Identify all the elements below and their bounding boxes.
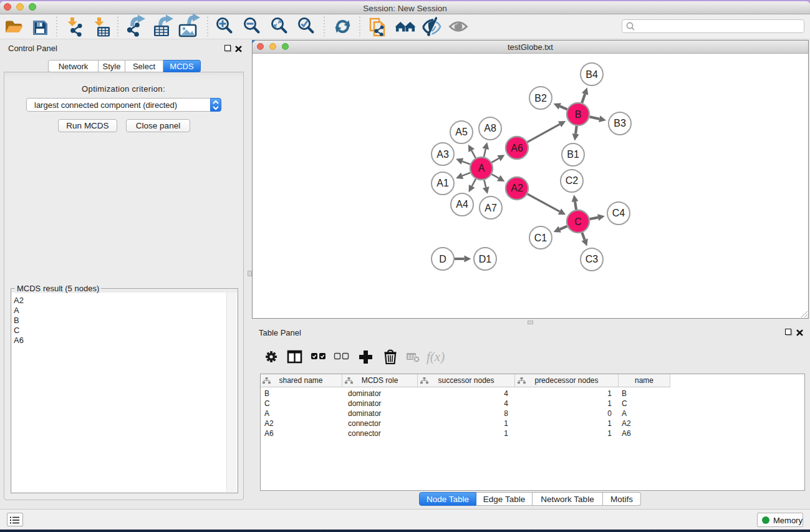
svg-text:D: D: [439, 254, 446, 264]
svg-text:B2: B2: [534, 93, 547, 104]
svg-text:B: B: [575, 109, 582, 120]
svg-text:A3: A3: [436, 149, 449, 160]
svg-text:D1: D1: [479, 254, 492, 264]
svg-text:A4: A4: [456, 199, 468, 210]
svg-text:B1: B1: [567, 149, 579, 160]
svg-text:A1: A1: [436, 178, 449, 188]
svg-text:C3: C3: [586, 254, 599, 264]
svg-text:A5: A5: [455, 127, 468, 137]
svg-text:B4: B4: [586, 69, 598, 80]
svg-text:C: C: [574, 216, 582, 227]
svg-text:A2: A2: [511, 183, 523, 193]
svg-text:B3: B3: [614, 118, 626, 128]
svg-text:C4: C4: [612, 208, 625, 218]
svg-text:C1: C1: [534, 233, 547, 243]
svg-text:A: A: [478, 163, 485, 173]
svg-text:A8: A8: [484, 123, 496, 133]
svg-text:A6: A6: [511, 143, 523, 153]
svg-text:A7: A7: [485, 203, 497, 213]
svg-text:C2: C2: [566, 175, 579, 186]
